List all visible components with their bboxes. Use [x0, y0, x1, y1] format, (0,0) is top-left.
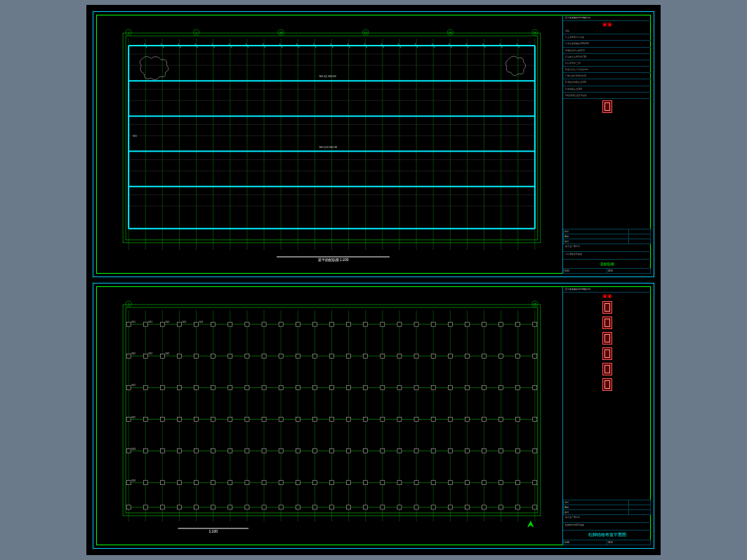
svg-rect-120: [211, 322, 216, 326]
svg-rect-124: [279, 322, 283, 326]
svg-rect-131: [397, 322, 402, 326]
tb-note-line: 6.图中标注尺寸单位 mm: [563, 67, 651, 73]
titleblock-2: 辽宁某某建筑设计有限公司 ▣▣ 设计审核校对 某工业厂房工程 柱脚锚栓布置平面图…: [562, 286, 651, 545]
svg-rect-139: [533, 322, 537, 326]
svg-rect-121: [228, 322, 232, 326]
svg-rect-138: [516, 322, 520, 326]
detail-block-1-icon: [602, 301, 612, 314]
tb-proj: 某工业厂房工程: [563, 515, 651, 523]
svg-text:GZ2: GZ2: [131, 384, 135, 387]
svg-rect-115: [126, 322, 131, 326]
column-label: GZ1: [133, 135, 137, 138]
tb-note-hdr: 说明：: [563, 28, 651, 34]
detail-block-6-icon: [602, 378, 612, 391]
svg-rect-117: [160, 322, 164, 326]
tb-note-line: 3.钢筋保护层厚度 25: [563, 48, 651, 54]
viewport: 1 5 10 15 20 25 WKL2(2) 300x700 WKL1(24)…: [0, 0, 747, 560]
plan-svg-2: GZ1GZ1GZ1GZ1GZ1 GZ2GZ2GZ2 GZ2GZ2GZ3GZ4 1…: [107, 296, 559, 535]
svg-text:GZ1: GZ1: [182, 321, 186, 324]
beam-label-2: WKL1(24) 300x700: [319, 146, 337, 149]
tb-footer-title: 柱脚锚栓布置平面图: [563, 531, 651, 540]
tb-company: 辽宁某某建筑设计有限公司: [563, 286, 651, 293]
tb-note-line: 8.梁箍筋加密区 @100: [563, 79, 651, 86]
svg-text:25: 25: [534, 302, 537, 306]
svg-rect-133: [431, 322, 435, 326]
svg-rect-135: [465, 322, 469, 326]
detail-block-4-icon: [602, 347, 612, 360]
svg-text:GZ1: GZ1: [148, 321, 152, 324]
svg-text:GZ2: GZ2: [148, 352, 152, 355]
svg-text:5: 5: [195, 31, 197, 34]
tb-note-line: 9.非加密区 @200: [563, 86, 651, 93]
svg-text:GZ3: GZ3: [131, 448, 135, 451]
svg-text:GZ2: GZ2: [131, 416, 135, 419]
svg-rect-132: [414, 322, 418, 326]
detail-symbol-icon: [602, 100, 612, 113]
svg-rect-127: [329, 322, 333, 326]
svg-rect-125: [296, 322, 300, 326]
tb-note-line: 1.主梁布置详见本图: [563, 34, 651, 41]
revision-cloud: [140, 57, 168, 80]
svg-text:GZ4: GZ4: [131, 479, 135, 482]
svg-text:25: 25: [534, 31, 537, 34]
svg-rect-128: [347, 322, 351, 326]
tb-logo-icon: ▣▣: [563, 293, 651, 300]
tb-drawing: 二层梁配筋平面图: [563, 252, 651, 260]
plan-area-2[interactable]: GZ1GZ1GZ1GZ1GZ1 GZ2GZ2GZ2 GZ2GZ2GZ3GZ4 1…: [107, 296, 559, 535]
titleblock-1: 辽宁某某建筑设计有限公司 ▣▣ 说明： 1.主梁布置详见本图 2.未注明梁截面 …: [562, 15, 651, 274]
scale-label-2: 1:100: [209, 529, 218, 533]
svg-rect-129: [364, 322, 368, 326]
scale-label-1: 梁平面配筋图 1:200: [318, 258, 349, 262]
beam-label: WKL2(2) 300x700: [319, 75, 336, 78]
svg-rect-122: [245, 322, 249, 326]
svg-text:1: 1: [128, 31, 130, 34]
tb-sign-table: G-062020: [563, 540, 651, 545]
svg-text:10: 10: [279, 31, 283, 34]
plan-area-1[interactable]: 1 5 10 15 20 25 WKL2(2) 300x700 WKL1(24)…: [107, 25, 559, 264]
tb-proj: 某工业厂房工程: [563, 244, 651, 252]
grid-bubbles-top: 1 5 10 15 20 25: [126, 29, 538, 35]
tb-note-line: 4.混凝土强度等级 C30: [563, 54, 651, 60]
svg-rect-116: [143, 322, 147, 326]
svg-text:15: 15: [364, 31, 367, 34]
svg-rect-118: [177, 322, 181, 326]
tb-note-line: 7.除注明外梁顶同板顶: [563, 73, 651, 79]
north-arrow-icon: [528, 521, 534, 527]
svg-text:GZ2: GZ2: [131, 352, 135, 355]
revision-cloud-2: [505, 56, 525, 76]
tb-note-line: 10.悬挑梁注意反弯起筋: [563, 93, 651, 99]
svg-text:GZ1: GZ1: [199, 321, 204, 324]
tb-rev-table: 设计审核校对: [563, 500, 651, 515]
svg-rect-134: [448, 322, 452, 326]
svg-rect-123: [262, 322, 266, 326]
svg-rect-130: [381, 322, 385, 326]
tb-logo-icon: ▣▣: [563, 21, 651, 28]
svg-text:GZ2: GZ2: [165, 352, 169, 355]
detail-block-3-icon: [602, 332, 612, 345]
svg-text:GZ1: GZ1: [131, 321, 135, 324]
dual-sheet-container: 1 5 10 15 20 25 WKL2(2) 300x700 WKL1(24)…: [86, 5, 661, 555]
cad-sheet-1[interactable]: 1 5 10 15 20 25 WKL2(2) 300x700 WKL1(24)…: [93, 11, 654, 277]
detail-block-5-icon: [602, 363, 612, 375]
svg-rect-136: [482, 322, 486, 326]
tb-sign-table: G-052020: [563, 268, 651, 274]
tb-rev-table: 设计审核校对: [563, 229, 651, 244]
tb-drawing: 柱脚锚栓布置平面图: [563, 523, 651, 531]
svg-rect-119: [194, 322, 199, 326]
cad-sheet-2[interactable]: GZ1GZ1GZ1GZ1GZ1 GZ2GZ2GZ2 GZ2GZ2GZ3GZ4 1…: [93, 283, 654, 549]
tb-company: 辽宁某某建筑设计有限公司: [563, 15, 651, 21]
svg-text:1: 1: [128, 302, 130, 306]
tb-footer-title: 梁配筋图: [563, 260, 651, 268]
tb-note-line: 2.未注明梁截面 200x450: [563, 41, 651, 47]
svg-rect-126: [312, 322, 317, 326]
detail-block-2-icon: [602, 316, 612, 329]
svg-rect-137: [499, 322, 503, 326]
tb-note-line: 5.抗震等级 三级: [563, 60, 651, 67]
svg-text:GZ1: GZ1: [165, 321, 169, 324]
plan-svg-1: 1 5 10 15 20 25 WKL2(2) 300x700 WKL1(24)…: [107, 25, 559, 264]
svg-text:20: 20: [449, 31, 452, 34]
